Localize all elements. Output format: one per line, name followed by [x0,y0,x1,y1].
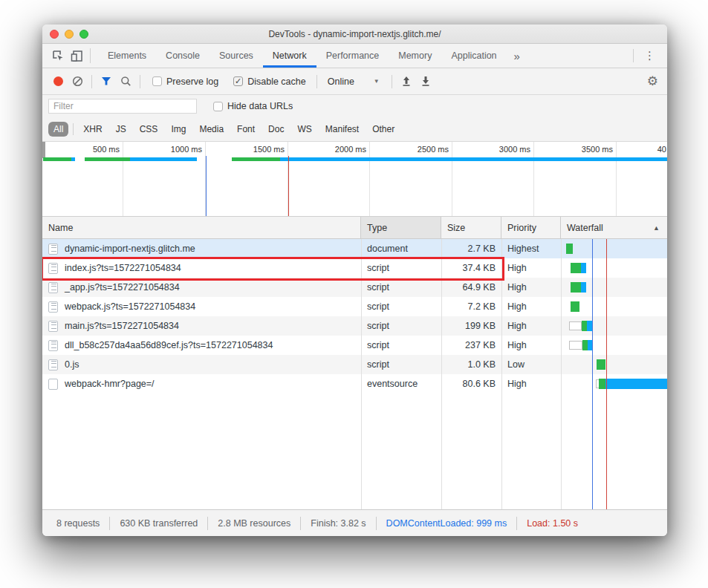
divider [392,75,392,88]
divider [140,75,140,88]
export-har-icon[interactable] [416,72,435,91]
network-overview-timeline[interactable]: 500 ms 1000 ms 1500 ms 2000 ms 2500 ms 3… [42,141,667,217]
settings-gear-icon[interactable]: ⚙ [647,74,661,89]
search-icon[interactable] [116,72,135,91]
waterfall-bar [571,301,579,312]
title-bar: DevTools - dynamic-import-nextjs.glitch.… [42,24,667,44]
throttling-dropdown[interactable]: Online ▼ [328,76,380,87]
tab-sources[interactable]: Sources [210,44,263,68]
request-row-document[interactable]: dynamic-import-nextjs.glitch.me document… [42,239,667,258]
waterfall-bar [571,282,581,293]
tick-label: 3500 ms [553,145,613,155]
tab-console[interactable]: Console [156,44,210,68]
minimize-window-button[interactable] [65,30,74,39]
divider [90,48,91,63]
more-tabs-icon[interactable]: » [507,44,527,68]
load-event-line [606,239,607,509]
panel-tabs: Elements Console Sources Network Perform… [98,44,527,68]
main-menu-icon[interactable]: ⋮ [637,49,663,62]
type-filter-ws[interactable]: WS [292,122,316,137]
script-file-icon [48,359,58,370]
waterfall-bar [581,263,586,273]
finish-time: Finish: 3.82 s [300,517,375,530]
type-filter-font[interactable]: Font [232,122,260,137]
request-row-webpack-js[interactable]: webpack.js?ts=1572271054834 script 7.2 K… [42,297,667,316]
gridline [452,142,452,216]
type-filter-js[interactable]: JS [111,122,131,137]
preserve-log-label: Preserve log [166,76,218,87]
divider [316,75,317,88]
request-row-0-js[interactable]: 0.js script 1.0 KB Low [42,355,667,374]
tab-application[interactable]: Application [441,44,506,68]
waterfall-bar-waiting [569,341,582,350]
gridline [123,142,123,216]
import-har-icon[interactable] [397,72,416,91]
tab-memory[interactable]: Memory [389,44,441,68]
column-header-size[interactable]: Size [441,217,501,238]
request-row-dll-js[interactable]: dll_b58c257da4aa56d89cef.js?ts=157227105… [42,336,667,355]
dom-content-loaded-line [592,239,593,509]
tick-label: 40 [650,145,666,155]
request-row-main-js[interactable]: main.js?ts=1572271054834 script 199 KB H… [42,316,667,336]
type-filter-other[interactable]: Other [367,122,400,137]
network-toolbar: ✓ Preserve log ✓ Disable cache Online ▼ [42,68,667,95]
type-filter-img[interactable]: Img [166,122,191,137]
divider [91,75,92,88]
gridline [616,142,617,216]
dom-content-loaded-time: DOMContentLoaded: 999 ms [376,517,517,530]
requests-table-header: Name Type Size Priority Waterfall ▲ [42,217,667,239]
type-filter-css[interactable]: CSS [134,122,163,137]
disable-cache-checkbox[interactable]: ✓ Disable cache [233,76,306,87]
tick-label: 1000 ms [143,145,202,155]
tab-network[interactable]: Network [263,44,316,68]
transferred-size: 630 KB transferred [109,517,207,530]
sort-ascending-icon: ▲ [653,224,661,232]
column-header-priority[interactable]: Priority [501,217,561,238]
script-file-icon [48,321,58,332]
type-filter-all[interactable]: All [48,122,68,137]
overview-bar-blue [280,157,667,161]
preserve-log-checkbox[interactable]: ✓ Preserve log [152,76,218,87]
overview-bar-green [232,157,280,161]
eventsource-file-icon [48,379,58,390]
type-filter-doc[interactable]: Doc [263,122,289,137]
tick-label: 2500 ms [389,145,449,155]
column-header-type[interactable]: Type [361,217,441,238]
waterfall-bar [566,244,573,254]
annotation-highlight-box [42,257,504,281]
toggle-device-toolbar-icon[interactable] [68,44,87,68]
request-row-webpack-hmr[interactable]: webpack-hmr?page=/ eventsource 80.6 KB H… [42,374,667,393]
tab-elements[interactable]: Elements [98,44,156,68]
overview-bar-blue [71,157,75,161]
close-window-button[interactable] [50,30,59,39]
network-status-bar: 8 requests 630 KB transferred 2.8 MB res… [42,509,667,536]
record-network-log-icon[interactable] [48,72,68,91]
dom-content-loaded-line [206,156,207,216]
tick-label: 3000 ms [471,145,530,155]
load-time: Load: 1.50 s [516,517,588,530]
clear-network-log-icon[interactable] [68,72,87,91]
waterfall-bar [582,340,588,350]
tab-performance[interactable]: Performance [316,44,389,68]
screenshot-stage: DevTools - dynamic-import-nextjs.glitch.… [0,0,708,588]
zoom-window-button[interactable] [79,30,88,39]
filter-icon[interactable] [97,72,116,91]
gridline [533,142,534,216]
filter-row: ✓ Hide data URLs [42,95,667,117]
waterfall-bar [582,321,587,331]
column-header-waterfall[interactable]: Waterfall ▲ [561,217,667,238]
type-filter-xhr[interactable]: XHR [78,122,107,137]
inspect-element-icon[interactable] [48,44,68,68]
ruler-notch [42,142,45,158]
checkbox-unchecked: ✓ [152,76,162,86]
type-filter-media[interactable]: Media [194,122,229,137]
checkbox-unchecked: ✓ [213,102,223,111]
overview-bar-blue [130,157,197,161]
type-filter-manifest[interactable]: Manifest [320,122,364,137]
divider [73,123,74,135]
throttling-value: Online [328,76,354,87]
column-header-name[interactable]: Name [42,217,361,238]
waterfall-bar [571,263,581,273]
filter-input[interactable] [48,99,197,114]
hide-data-urls-checkbox[interactable]: ✓ Hide data URLs [213,101,293,111]
